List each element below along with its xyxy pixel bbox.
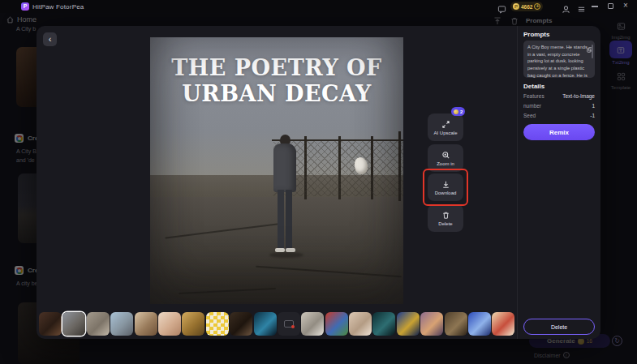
back-button[interactable]: ‹ xyxy=(43,32,57,46)
app-window: P HitPaw FotorPea P 4662 + × Home xyxy=(0,0,637,364)
detail-row-number: number 1 xyxy=(523,103,595,109)
generated-image-preview[interactable]: THE POETRY OF URBAN DECAY xyxy=(150,37,403,304)
image-title-text: THE POETRY OF URBAN DECAY xyxy=(150,55,403,108)
thumbnail-failed-image-placeholder[interactable] xyxy=(278,312,300,336)
thumbnail-comic-poster[interactable] xyxy=(492,312,514,336)
panel-divider xyxy=(517,26,518,339)
ai-upscale-button[interactable]: AI Upscale xyxy=(428,113,463,141)
coin-icon: P xyxy=(513,3,519,10)
detail-row-features: Features Text-to-Image xyxy=(523,93,595,99)
thumbnail-colorful-tile-grid[interactable] xyxy=(206,312,229,336)
credits-count: 4662 xyxy=(521,4,532,10)
thumbnail-teal-skull-mask[interactable] xyxy=(372,312,395,336)
thumbnail-dusk-landscape[interactable] xyxy=(420,312,443,336)
zoom-in-button[interactable]: Zoom in xyxy=(428,144,463,172)
remix-button[interactable]: Remix xyxy=(523,124,595,140)
coin-icon xyxy=(454,109,458,114)
maximize-button[interactable] xyxy=(608,3,613,9)
thumbnail-lion-crest-emblem[interactable] xyxy=(397,312,420,336)
thumbnail-strip xyxy=(39,312,516,336)
thumbnail-portrait-photo-grid[interactable] xyxy=(349,312,372,336)
add-credits-icon[interactable]: + xyxy=(534,3,540,10)
credits-pill[interactable]: P 4662 + xyxy=(510,2,543,11)
thumbnail-man-gesturing-portrait[interactable] xyxy=(39,312,62,336)
prompt-text: A City Boy meme. He stands in a vast, em… xyxy=(527,44,588,78)
thumbnail-guitarist-jump[interactable] xyxy=(110,312,133,336)
error-dot xyxy=(291,325,295,328)
upscale-icon xyxy=(441,120,450,129)
prompt-scrollbar[interactable] xyxy=(592,45,594,58)
thumbnail-blue-crystal-figure[interactable] xyxy=(468,312,491,336)
detail-row-seed: Seed -1 xyxy=(523,113,595,118)
app-logo: P xyxy=(21,2,29,11)
download-button[interactable]: Download xyxy=(428,173,463,201)
thumbnail-golden-interior[interactable] xyxy=(182,312,204,336)
download-icon xyxy=(441,180,450,189)
app-title: HitPaw FotorPea xyxy=(32,3,84,11)
menu-icon[interactable] xyxy=(577,2,586,11)
upscale-cost-badge: 2 xyxy=(451,107,465,116)
thumbnail-mural-collage[interactable] xyxy=(87,312,110,336)
thumbnail-cat-portrait[interactable] xyxy=(158,312,181,336)
thumbnail-spiderman-facepaint-kid[interactable] xyxy=(325,312,348,336)
titlebar: P HitPaw FotorPea P 4662 + × xyxy=(0,0,637,13)
delete-button[interactable]: Delete xyxy=(428,204,463,232)
thumbnail-ornate-statue[interactable] xyxy=(445,312,467,336)
trash-icon xyxy=(441,211,450,220)
thumbnail-vr-headset-crowd[interactable] xyxy=(301,312,324,336)
image-detail-modal: ‹ THE PO xyxy=(37,26,600,339)
thumbnail-cyan-cyber-face[interactable] xyxy=(254,312,277,336)
account-icon[interactable] xyxy=(562,2,570,11)
thumbnail-urban-decay-parking-lot[interactable] xyxy=(62,312,85,336)
thumbnail-cat-in-suit[interactable] xyxy=(135,312,157,336)
panel-delete-button[interactable]: Delete xyxy=(523,319,595,335)
prompt-textbox[interactable]: A City Boy meme. He stands in a vast, em… xyxy=(523,41,595,78)
close-button[interactable]: × xyxy=(623,1,628,10)
prompts-panel-title: Prompts xyxy=(523,31,549,38)
thumbnail-couple-portraits[interactable] xyxy=(230,312,252,336)
details-title: Details xyxy=(523,83,544,90)
man-silhouette xyxy=(268,135,303,261)
zoom-in-icon xyxy=(441,151,450,160)
minimize-button[interactable] xyxy=(592,6,598,7)
chat-icon[interactable] xyxy=(497,2,506,11)
